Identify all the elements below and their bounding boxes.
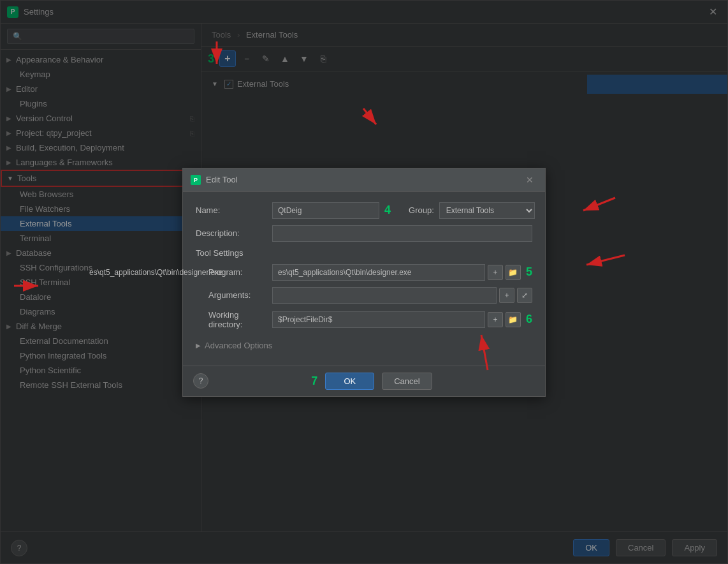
advanced-expand-icon: ▶ <box>196 342 201 349</box>
advanced-options-row[interactable]: ▶ Advanced Options <box>196 336 532 355</box>
modal-cancel-button[interactable]: Cancel <box>382 373 432 390</box>
modal-footer: ? 7 OK Cancel <box>183 366 545 396</box>
program-row: Program: es\qt5_applications\Qt\bin\desi… <box>196 264 532 281</box>
working-dir-label: Working directory: <box>196 310 272 329</box>
description-row: Description: <box>196 225 532 242</box>
program-input[interactable] <box>272 264 485 281</box>
modal-titlebar: P Edit Tool ✕ <box>183 168 545 192</box>
working-dir-field-container: + 📁 6 <box>272 311 532 328</box>
arguments-row: Arguments: + ⤢ <box>196 287 532 304</box>
name-label: Name: <box>196 205 272 215</box>
modal-overlay: P Edit Tool ✕ Name: 4 Group: External To… <box>0 0 728 564</box>
group-select[interactable]: External Tools <box>439 202 535 219</box>
arguments-add-btn[interactable]: + <box>499 288 514 303</box>
working-dir-folder-btn[interactable]: 📁 <box>506 312 521 327</box>
description-label: Description: <box>196 228 272 238</box>
edit-tool-modal: P Edit Tool ✕ Name: 4 Group: External To… <box>182 168 546 397</box>
modal-body: Name: 4 Group: External Tools Descriptio… <box>183 192 545 366</box>
working-dir-row: Working directory: + 📁 6 <box>196 310 532 329</box>
group-label: Group: <box>409 205 434 215</box>
working-dir-add-btn[interactable]: + <box>488 312 503 327</box>
step-5-badge: 5 <box>526 265 532 279</box>
program-add-btn[interactable]: + <box>488 265 503 280</box>
arguments-field-container: + ⤢ <box>272 287 532 304</box>
arguments-expand-btn[interactable]: ⤢ <box>517 288 532 303</box>
step-4-badge: 4 <box>384 204 391 217</box>
modal-ok-button[interactable]: OK <box>325 373 374 390</box>
modal-close-button[interactable]: ✕ <box>522 174 537 186</box>
tool-settings-title: Tool Settings <box>196 248 532 258</box>
settings-window: P Settings ✕ ▶ Appearance & Behavior Key… <box>0 0 728 564</box>
arguments-label: Arguments: <box>196 290 272 300</box>
program-label: Program: <box>196 267 272 277</box>
name-input[interactable] <box>272 202 379 219</box>
modal-title: Edit Tool <box>206 175 238 184</box>
advanced-options-label: Advanced Options <box>205 341 272 350</box>
arguments-input[interactable] <box>272 287 497 304</box>
description-input[interactable] <box>272 225 532 242</box>
step-7-badge: 7 <box>311 375 317 388</box>
modal-icon: P <box>191 175 201 185</box>
working-dir-input[interactable] <box>272 311 485 328</box>
modal-help-button[interactable]: ? <box>193 373 208 389</box>
name-group-row: Name: 4 Group: External Tools <box>196 202 532 219</box>
step-6-badge: 6 <box>526 313 532 326</box>
program-folder-btn[interactable]: 📁 <box>506 265 521 280</box>
program-field-container: es\qt5_applications\Qt\bin\designer.exe … <box>272 264 532 281</box>
